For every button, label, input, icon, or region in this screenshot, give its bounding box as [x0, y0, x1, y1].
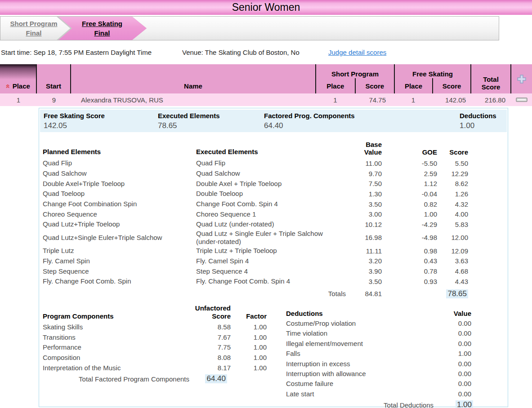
- page-title-bar: Senior Women: [0, 0, 532, 15]
- component-score: 8.08: [191, 353, 231, 363]
- start-time-text: Start time: Sep 18, 7:55 PM Eastern Dayl…: [1, 49, 152, 56]
- executed-element: Double Toeloop: [196, 190, 346, 198]
- deduction-value: 0.00: [433, 328, 473, 338]
- summary-value: 142.05: [44, 121, 105, 130]
- deduction-value: 0.00: [433, 389, 473, 399]
- element-goe: 0.78: [382, 267, 437, 275]
- deductions-total-label: Total Deductions: [284, 401, 438, 408]
- element-score: 5.83: [437, 221, 468, 228]
- deduction-value: 0.00: [433, 369, 473, 379]
- deductions-total-row: Total Deductions 1.00: [284, 399, 473, 408]
- deduction-row: Time violation 0.00: [284, 328, 473, 338]
- executed-elements-header: Executed Elements: [196, 148, 346, 156]
- component-factor: 1.00: [231, 353, 267, 363]
- component-score: 8.58: [191, 322, 231, 333]
- deduction-row: Interruption with allowance 0.00: [284, 369, 473, 379]
- component-name: Skating Skills: [43, 322, 191, 333]
- element-score: 1.26: [437, 190, 468, 198]
- deductions-rows: Costume/Prop violation 0.00 Time violati…: [284, 319, 473, 399]
- row-fs-place: 1: [395, 93, 432, 106]
- component-name: Interpretation of the Music: [43, 363, 191, 373]
- deductions-header: Deductions: [284, 310, 433, 317]
- score-summary-band: Free Skating Score 142.05 Executed Eleme…: [40, 110, 507, 132]
- unfactored-score-header: Unfactored Score: [191, 304, 231, 320]
- element-score-header: Score: [437, 148, 468, 156]
- component-name: Performance: [43, 342, 191, 353]
- row-total-score: 216.80: [471, 93, 511, 106]
- element-goe: 0.98: [382, 247, 437, 255]
- factor-header: Factor: [231, 312, 267, 320]
- executed-element: Fly. Change Foot Comb. Spin 4: [196, 277, 346, 285]
- program-components-table: Program Components Unfactored Score Fact…: [43, 304, 268, 385]
- element-score: 4.43: [437, 278, 468, 285]
- result-row[interactable]: 1 9 Alexandra TRUSOVA, RUS 1 74.75 1 142…: [0, 93, 532, 106]
- element-base-value: 16.98: [346, 234, 382, 241]
- summary-value: 78.65: [158, 121, 220, 130]
- planned-elements-header: Planned Elements: [39, 148, 196, 156]
- element-score: 4.00: [437, 210, 468, 218]
- short-program-group-label: Short Program: [316, 64, 394, 78]
- summary-value: 1.00: [460, 121, 496, 130]
- element-score: 12.09: [437, 247, 468, 255]
- component-score: 7.75: [191, 342, 231, 353]
- deduction-row: Costume/Prop violation 0.00: [284, 319, 473, 328]
- venue-text: Venue: The Skating Club of Boston, No: [182, 49, 300, 56]
- fs-group-label: Free Skating: [395, 64, 470, 78]
- element-row: Fly. Change Foot Comb. Spin Fly. Change …: [39, 276, 508, 287]
- planned-element: Step Sequence: [39, 267, 196, 275]
- executed-element: Step Sequence 4: [196, 267, 346, 275]
- column-header-total-score: Total Score: [471, 64, 511, 93]
- deduction-row: Illegal element/movement 0.00: [284, 339, 473, 349]
- deduction-name: Time violation: [284, 328, 433, 338]
- sp-place-subheader: Place: [316, 78, 356, 93]
- element-base-value: 3.90: [346, 267, 382, 275]
- deductions-header-row: Deductions Value: [284, 310, 473, 317]
- expand-all-cell[interactable]: [511, 64, 532, 93]
- element-goe: -4.98: [382, 234, 437, 241]
- planned-element: Quad Lutz+Triple Toeloop: [39, 220, 196, 228]
- deduction-name: Interruption with allowance: [284, 369, 433, 379]
- deduction-value: 0.00: [433, 359, 473, 369]
- element-goe: -5.50: [382, 160, 437, 167]
- elements-totals-row: Totals 84.81 78.65: [39, 288, 508, 300]
- element-base-value: 3.50: [346, 200, 382, 208]
- deduction-row: Costume failure 0.00: [284, 379, 473, 389]
- judge-detail-scores-link[interactable]: Judge detail scores: [328, 49, 386, 56]
- elements-table-header: Planned Elements Executed Elements Base …: [39, 141, 508, 158]
- tab-short-program-sub: Final: [26, 28, 41, 38]
- planned-element: Change Foot Combination Spin: [39, 200, 196, 208]
- summary-block: Free Skating Score 142.05: [44, 112, 105, 130]
- element-score: 5.50: [437, 160, 468, 167]
- tab-short-program[interactable]: Short Program Final: [0, 17, 67, 40]
- deduction-name: Late start: [284, 389, 433, 399]
- row-place: 1: [0, 93, 37, 106]
- element-goe: -4.29: [382, 221, 437, 228]
- element-score: 4.68: [437, 267, 468, 275]
- segment-tab-bar: Short Program Final Free Skating Final: [0, 16, 499, 40]
- goe-header: GOE: [382, 148, 437, 156]
- summary-block: Deductions 1.00: [460, 112, 496, 130]
- element-goe: -0.04: [382, 190, 437, 198]
- planned-element: Triple Lutz: [39, 247, 196, 255]
- element-base-value: 3.00: [346, 210, 382, 218]
- component-row: Skating Skills 8.58 1.00: [43, 322, 268, 333]
- column-header-name: Name: [71, 64, 316, 93]
- component-row: Transitions 7.67 1.00: [43, 333, 268, 343]
- collapse-row-cell[interactable]: [511, 93, 532, 106]
- component-name: Composition: [43, 353, 191, 363]
- column-header-place[interactable]: « Place: [0, 64, 37, 93]
- deductions-value-header: Value: [433, 310, 473, 317]
- column-header-start: Start: [37, 64, 71, 93]
- row-sp-place: 1: [316, 93, 354, 106]
- summary-label: Factored Prog. Components: [264, 112, 355, 120]
- place-header-label: Place: [13, 82, 30, 90]
- executed-element: Double Axel + Triple Toeloop: [196, 180, 346, 188]
- element-score: 12.29: [437, 170, 468, 177]
- plus-icon[interactable]: [517, 74, 527, 84]
- summary-label: Deductions: [460, 112, 496, 120]
- elements-rows: Quad Flip Quad Flip 11.00 -5.50 5.50 Qua…: [39, 158, 508, 287]
- planned-element: Quad Salchow: [39, 169, 196, 177]
- component-factor: 1.00: [231, 333, 267, 343]
- element-base-value: 10.12: [346, 221, 382, 228]
- minus-icon[interactable]: [516, 98, 528, 102]
